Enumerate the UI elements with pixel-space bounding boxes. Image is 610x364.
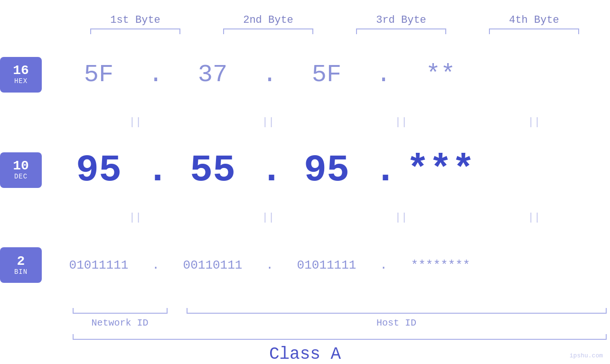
- dec-sep3: .: [374, 149, 393, 192]
- hex-byte1: 5F: [51, 61, 146, 89]
- eq2-b3: ||: [349, 212, 453, 224]
- bin-sep1: .: [146, 258, 165, 272]
- bin-sep2: .: [260, 258, 279, 272]
- dec-sep2: .: [260, 149, 279, 192]
- byte1-header: 1st Byte: [83, 14, 188, 26]
- bin-dot-3: .: [380, 258, 387, 272]
- bin-badge: 2 BIN: [0, 247, 42, 283]
- hex-byte3: 5F: [279, 61, 374, 89]
- hex-dot-3: .: [376, 61, 391, 89]
- bin-base-label: BIN: [14, 268, 28, 276]
- bin-base-number: 2: [17, 255, 25, 268]
- eq1-b3: ||: [349, 116, 453, 128]
- bottom-bracket-network: [73, 308, 168, 314]
- hex-sep3: .: [374, 61, 393, 89]
- byte3-header: 3rd Byte: [349, 14, 453, 26]
- hex-values: 5F . 37 . 5F . **: [47, 61, 610, 89]
- dec-base-number: 10: [13, 159, 29, 173]
- main-container: 1st Byte 2nd Byte 3rd Byte 4th Byte 16 H…: [0, 0, 610, 364]
- eq2-b4: ||: [482, 212, 586, 224]
- bin-val-4: ********: [411, 258, 470, 272]
- bin-dot-2: .: [266, 258, 273, 272]
- equals-row-2: || || || ||: [0, 210, 610, 224]
- dec-val-2: 55: [190, 149, 235, 192]
- hex-val-4: **: [426, 61, 455, 89]
- bin-dot-1: .: [152, 258, 160, 272]
- network-id-label: Network ID: [73, 317, 168, 328]
- dec-row: 10 DEC 95 . 55 . 95 . ***: [0, 130, 610, 211]
- outer-bracket: [73, 334, 607, 340]
- dec-values: 95 . 55 . 95 . ***: [47, 149, 610, 192]
- bin-sep3: .: [374, 258, 393, 272]
- watermark: ipshu.com: [570, 352, 603, 359]
- hex-badge: 16 HEX: [0, 57, 42, 93]
- hex-val-1: 5F: [84, 61, 113, 89]
- dec-byte1: 95: [51, 149, 146, 192]
- hex-byte2: 37: [165, 61, 260, 89]
- hex-row: 16 HEX 5F . 37 . 5F . **: [0, 34, 610, 115]
- dec-byte3: 95: [279, 149, 374, 192]
- top-bracket-2: [223, 28, 313, 34]
- bin-values: 01011111 . 00110111 . 01011111 . *******…: [47, 258, 610, 272]
- byte-headers-row: 1st Byte 2nd Byte 3rd Byte 4th Byte: [0, 14, 610, 26]
- bin-row: 2 BIN 01011111 . 00110111 . 01011111 .: [0, 224, 610, 306]
- hex-val-3: 5F: [312, 61, 341, 89]
- eq1-b1: ||: [83, 116, 188, 128]
- eq1-b4: ||: [482, 116, 586, 128]
- host-id-label: Host ID: [187, 317, 607, 328]
- dec-val-1: 95: [76, 149, 122, 192]
- class-label: Class A: [0, 345, 610, 364]
- top-brackets: [0, 28, 610, 34]
- eq2-b1: ||: [83, 212, 188, 224]
- bin-val-3: 01011111: [297, 258, 357, 272]
- hex-dot-1: .: [148, 61, 163, 89]
- hex-dot-2: .: [262, 61, 277, 89]
- top-bracket-3: [356, 28, 446, 34]
- hex-val-2: 37: [198, 61, 227, 89]
- bottom-brackets-container: [73, 308, 607, 314]
- labels-gap: [168, 317, 187, 328]
- bin-byte4: ********: [393, 258, 488, 272]
- dec-sep1: .: [146, 149, 165, 192]
- bin-byte2: 00110111: [165, 258, 260, 272]
- byte2-header: 2nd Byte: [216, 14, 320, 26]
- top-bracket-1: [90, 28, 180, 34]
- dec-byte2: 55: [165, 149, 260, 192]
- eq1-b2: ||: [216, 116, 320, 128]
- dec-byte4: ***: [393, 149, 488, 192]
- byte4-header: 4th Byte: [482, 14, 586, 26]
- dec-val-3: 95: [304, 149, 349, 192]
- hex-sep2: .: [260, 61, 279, 89]
- equals-row-1: || || || ||: [0, 115, 610, 130]
- hex-sep1: .: [146, 61, 165, 89]
- hex-base-label: HEX: [14, 77, 28, 85]
- bin-byte1: 01011111: [51, 258, 146, 272]
- hex-byte4: **: [393, 61, 488, 89]
- id-labels-row: Network ID Host ID: [73, 317, 607, 328]
- dec-badge: 10 DEC: [0, 152, 42, 188]
- bin-byte3: 01011111: [279, 258, 374, 272]
- hex-base-number: 16: [13, 64, 29, 77]
- dec-base-label: DEC: [14, 173, 28, 180]
- bin-val-2: 00110111: [183, 258, 243, 272]
- top-bracket-4: [489, 28, 579, 34]
- bin-val-1: 01011111: [69, 258, 129, 272]
- dec-val-4: ***: [406, 149, 475, 192]
- eq2-b2: ||: [216, 212, 320, 224]
- bottom-bracket-host: [187, 308, 607, 314]
